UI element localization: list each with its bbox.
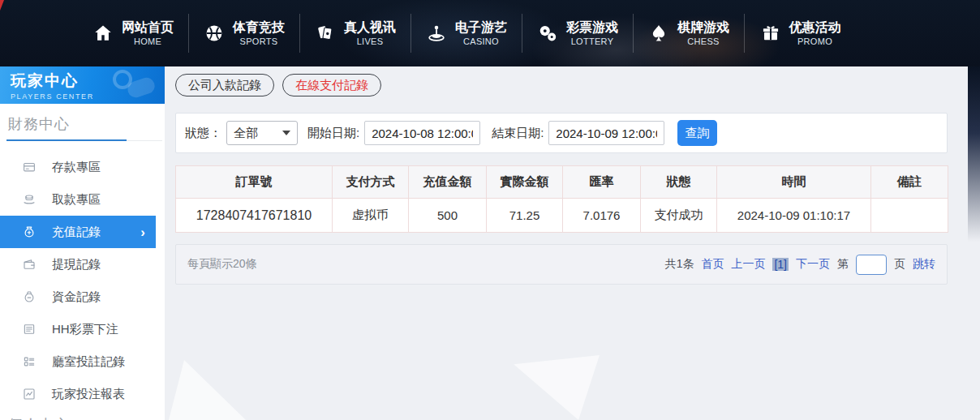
section-personal-label: 個人中心 [8,415,165,420]
sports-ball-icon [204,23,225,44]
col-header-remark: 備註 [871,166,948,199]
nav-label-zh: 网站首页 [122,19,174,36]
first-page-link[interactable]: 首页 [701,257,724,272]
nav-label-en: LOTTERY [571,36,614,48]
next-page-link[interactable]: 下一页 [796,257,830,272]
cell-actual-amount: 71.25 [487,199,563,233]
section-underline [6,140,162,141]
finance-section: 財務中心 [6,104,165,141]
total-count-label: 共1条 [665,257,694,272]
col-header-time: 時間 [717,166,871,199]
coin-purse-icon [22,289,37,304]
wallet-icon [22,257,37,272]
nav-label-zh: 电子游艺 [455,19,507,36]
nav-label-en: HOME [134,36,161,48]
sidebar-item-label: 充值記錄 [52,225,101,240]
nav-item-home[interactable]: 网站首页 HOME [78,14,189,53]
records-table: 訂單號 支付方式 充值金額 實際金額 匯率 狀態 時間 備註 172840741… [175,165,948,233]
nav-label-zh: 棋牌游戏 [677,19,729,36]
chevron-right-icon: › [140,225,145,239]
sidebar-item-label: 玩家投注報表 [52,387,125,402]
document-lines-icon [22,322,37,336]
col-header-rate: 匯率 [563,166,641,199]
sidebar-item-label: 提現記錄 [52,257,101,272]
col-header-order-no: 訂單號 [176,166,333,199]
col-header-actual-amount: 實際金額 [487,166,563,199]
nav-item-sports[interactable]: 体育竞技 SPORTS [189,14,300,53]
triangle-watermark [169,360,246,420]
start-date-label: 開始日期: [307,126,359,141]
status-select-value: 全部 [234,126,258,141]
cell-remark [871,199,948,233]
nav-label-zh: 体育竞技 [233,19,285,36]
sidebar-item-funds-records[interactable]: 資金記錄 [0,281,165,313]
right-edge-shade [968,66,980,257]
sidebar-item-deposit-zone[interactable]: 存款專區 [0,151,165,183]
nav-item-promo[interactable]: 优惠活动 PROMO [745,14,856,53]
cell-recharge-amount: 500 [409,199,487,233]
gift-icon [760,23,781,44]
sidebar-item-label: 廳室投註記錄 [52,354,125,370]
record-tabs: 公司入款記錄 在線支付記錄 [175,74,381,96]
bank-card-icon [22,160,37,174]
end-date-input[interactable] [548,121,664,145]
sidebar-item-label: 取款專區 [52,192,101,208]
nav-label-en: PROMO [797,36,832,48]
cell-time: 2024-10-09 01:10:17 [717,199,871,233]
per-page-label: 每頁顯示20條 [187,257,257,272]
nav-label-en: CHESS [687,36,719,48]
jump-prefix-label: 第 [837,257,849,272]
nav-item-lottery[interactable]: 彩票游戏 LOTTERY [522,14,634,53]
start-date-input[interactable] [364,121,480,145]
nav-label-zh: 彩票游戏 [566,19,618,36]
nav-label-en: LIVES [357,36,384,48]
status-select[interactable]: 全部 [226,121,298,145]
prev-page-link[interactable]: 上一页 [731,257,765,272]
sidebar: 玩家中心 PLAYERS CENTER 財務中心 存款專區 取款專區 充值記錄 … [0,66,165,420]
clipboard-list-icon [22,354,37,369]
table-header-row: 訂單號 支付方式 充值金額 實際金額 匯率 狀態 時間 備註 [176,166,948,199]
filter-panel: 狀態： 全部 開始日期: 結束日期: 查詢 [175,113,948,153]
sidebar-item-withdrawal-records[interactable]: 提現記錄 [0,248,165,281]
nav-label-en: CASINO [463,36,499,48]
table-row: 1728407417671810 虚拟币 500 71.25 7.0176 支付… [176,199,948,233]
tab-online-payment-records[interactable]: 在線支付記錄 [282,74,381,96]
sidebar-item-withdraw-zone[interactable]: 取款專區 [0,183,165,216]
sidebar-item-player-bet-report[interactable]: 玩家投注報表 [0,378,165,410]
sidebar-menu: 存款專區 取款專區 充值記錄 › 提現記錄 資金記錄 [0,151,165,410]
money-bag-icon [22,225,37,239]
home-icon [92,23,114,44]
status-label: 狀態： [185,126,221,141]
nav-label-zh: 真人视讯 [344,19,396,36]
sidebar-item-hh-lottery-bets[interactable]: HH彩票下注 [0,313,165,345]
col-header-recharge-amount: 充值金額 [409,166,487,199]
sidebar-item-room-bet-records[interactable]: 廳室投註記錄 [0,345,165,378]
chevron-down-icon [282,131,290,135]
hand-money-icon [22,192,37,207]
page-number-input[interactable] [856,255,887,275]
cell-order-no: 1728407417671810 [176,199,333,233]
roulette-icon [426,23,447,44]
current-page-indicator[interactable]: [1] [772,258,789,271]
players-center-header: 玩家中心 PLAYERS CENTER [0,66,165,104]
pagination-bar: 每頁顯示20條 共1条 首页 上一页 [1] 下一页 第 页 跳转 [175,244,948,285]
lottery-balls-icon [537,23,558,44]
nav-label-en: SPORTS [240,36,278,48]
red-corner-accent [0,0,4,11]
col-header-pay-method: 支付方式 [333,166,409,199]
sidebar-item-label: 資金記錄 [52,289,101,305]
cell-pay-method: 虚拟币 [333,199,409,233]
jump-link[interactable]: 跳转 [913,257,935,272]
nav-item-chess[interactable]: 棋牌游戏 CHESS [634,14,745,53]
end-date-label: 結束日期: [492,126,544,141]
sidebar-item-recharge-records[interactable]: 充值記錄 › [0,216,156,248]
sidebar-item-label: HH彩票下注 [52,322,118,337]
search-button[interactable]: 查詢 [677,120,717,146]
tab-company-deposit-records[interactable]: 公司入款記錄 [175,74,274,96]
jump-suffix-label: 页 [894,257,905,272]
nav-item-lives[interactable]: 真人视讯 LIVES [300,14,411,53]
nav-item-casino[interactable]: 电子游艺 CASINO [411,14,522,53]
chart-report-icon [22,387,37,401]
playing-cards-icon [315,23,336,44]
cell-status: 支付成功 [641,199,717,233]
